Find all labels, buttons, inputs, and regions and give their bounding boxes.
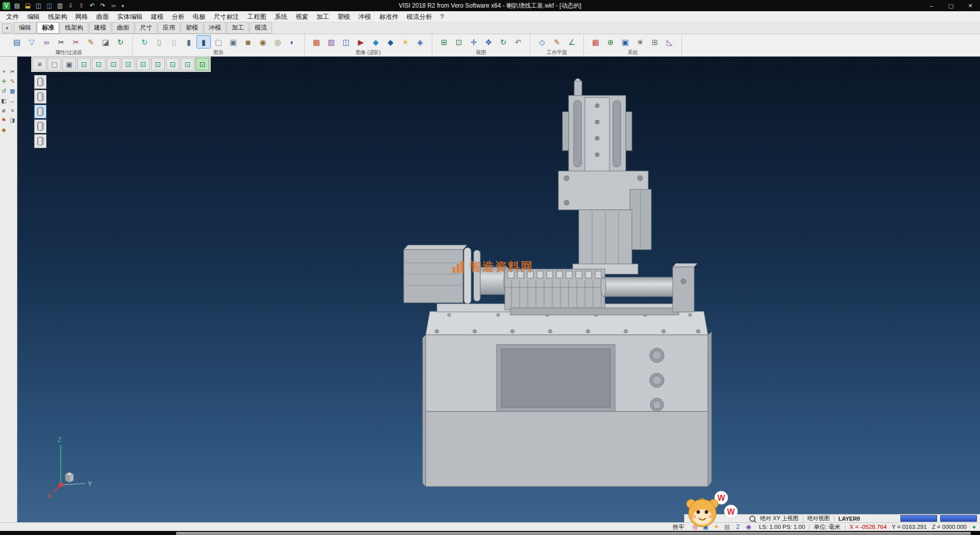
gem-icon[interactable]: ◈ [413,35,427,48]
scale-indicator[interactable]: LS: 1.00 PS: 1.00 [757,524,807,530]
shaded-cylinder-icon[interactable]: ▮ [182,35,196,48]
new-document-icon[interactable]: ▤ [12,1,22,10]
print-icon[interactable]: ▥ [55,1,65,10]
maximize-button[interactable]: ▢ [941,0,961,11]
capture-icon[interactable]: ◉ [744,523,753,531]
droplet-dark-icon[interactable]: ◆ [383,35,398,48]
ruler-icon[interactable]: ◺ [663,35,677,48]
wireframe-box-icon[interactable]: ▢ [211,35,226,48]
units-indicator[interactable]: 单位: 毫米 [812,523,842,531]
3d-viewport[interactable]: Z Y X ≡▢▣⊡⊡⊡⊡⊡⊡⊡⊡⊡ 智造资料网 [17,57,980,522]
view-menu-icon[interactable]: ≡ [33,58,46,70]
properties-icon[interactable]: ▤ [10,35,24,48]
redo-icon[interactable]: ↷ [98,1,108,10]
view-mode[interactable]: 绝对视图 [805,515,832,522]
droplet-blue-icon[interactable]: ◆ [369,35,383,48]
ribbon-tab[interactable]: 尺寸 [135,22,157,34]
color-table-icon[interactable]: ▦ [589,35,603,48]
render-quality-icon[interactable]: ◙ [241,35,255,48]
menu-item[interactable]: 工程图 [243,12,271,22]
trim-icon[interactable]: ✂ [9,68,16,76]
wireframe-cylinder-icon[interactable]: ▯ [152,35,166,48]
grid-icon[interactable]: ▦ [9,87,16,95]
mirror-icon[interactable]: ◧ [0,97,8,105]
grid-config-icon[interactable]: ⊞ [648,35,662,48]
paint-icon[interactable]: ⚑ [0,116,8,124]
shaded-box-icon[interactable]: ▣ [226,35,240,48]
visi-logo[interactable]: V [2,1,11,10]
menu-item[interactable]: 冲模 [354,12,375,22]
swatch-icon[interactable]: ◆ [0,126,8,134]
view-reference[interactable]: 绝对 XY 上视图 [758,515,801,522]
ribbon-tab[interactable]: 曲面 [112,22,134,34]
rotate-view-icon[interactable]: ↻ [496,35,510,48]
snapshot-icon[interactable]: ◫ [339,35,353,48]
menu-item[interactable]: 模流分析 [403,12,436,22]
dynamic-view-icon[interactable]: ⊡ [195,58,209,70]
record-icon[interactable]: ▶ [354,35,368,48]
magnifier-icon[interactable] [749,516,755,522]
sketch-icon[interactable]: ✎ [9,78,16,85]
refresh-icon[interactable]: ↻ [113,35,128,48]
visibility-filter-5[interactable] [34,134,46,148]
snap-icon[interactable]: ✛ [0,78,8,85]
select-icon[interactable]: ⌖ [0,68,8,76]
ribbon-tab[interactable]: 冲模 [204,22,226,34]
tab-dropdown-button[interactable]: ▼ [2,23,12,33]
scissors-red-icon[interactable]: ✂ [69,35,83,48]
bottom-view-icon[interactable]: ⊡ [166,58,180,70]
menu-item[interactable]: 曲面 [92,12,113,22]
menu-item[interactable]: 分析 [168,12,189,22]
iso-view-icon[interactable]: ⊡ [77,58,91,70]
left-view-icon[interactable]: ⊡ [136,58,150,70]
import-icon[interactable]: ⇩ [66,1,76,10]
menu-item[interactable]: 线架构 [44,12,71,22]
save-all-icon[interactable]: ◫ [44,1,54,10]
shaded-edges-cylinder-icon[interactable]: ▮ [197,35,211,48]
dimension-icon[interactable]: ⌀ [0,107,8,114]
workplane-edit-icon[interactable]: ✎ [550,35,564,48]
erase-icon[interactable]: ◨ [9,116,16,124]
globe-icon[interactable]: ⊕ [603,35,618,48]
menu-item[interactable]: 电极 [189,12,210,22]
layer-color-bar-1[interactable] [900,515,937,522]
axonometric-view-icon[interactable]: ⊡ [181,58,194,70]
back-view-icon[interactable]: ⊡ [121,58,135,70]
ribbon-tab[interactable]: 标准 [37,22,59,34]
menu-item[interactable]: 编辑 [23,12,44,22]
film-strip-icon[interactable]: ▥ [324,35,338,48]
wireframe-mode-icon[interactable]: ▢ [47,58,61,70]
lighting-icon[interactable]: ☀ [398,35,412,48]
ribbon-tab[interactable]: 加工 [227,22,249,34]
sparkle-icon[interactable]: ✳ [633,35,647,48]
edit-attributes-icon[interactable]: ✎ [84,35,98,48]
active-layer[interactable]: LAYER0 [837,516,862,522]
menu-item[interactable]: 建模 [147,12,168,22]
ribbon-tab[interactable]: 模流 [250,22,272,34]
top-view-icon[interactable]: ⊡ [92,58,106,70]
zoom-in-out-icon[interactable]: ✛ [467,35,481,48]
zoom-fit-icon[interactable]: ⊡ [452,35,466,48]
redraw-icon[interactable]: ↻ [137,35,152,48]
visibility-filter-1[interactable] [34,75,46,89]
previous-view-icon[interactable]: ↶ [511,35,525,48]
shaded-mode-icon[interactable]: ▣ [62,58,76,70]
menu-item[interactable]: 塑模 [333,12,354,22]
pan-view-icon[interactable]: ✥ [481,35,496,48]
menu-item[interactable]: 系统 [271,12,291,22]
visibility-filter-4[interactable] [34,119,46,133]
monitor-icon[interactable]: ▣ [618,35,632,48]
ribbon-tab[interactable]: 建模 [89,22,111,34]
minimize-button[interactable]: – [922,0,941,11]
visibility-filter-3[interactable] [34,105,46,118]
material-icon[interactable]: ◉ [256,35,270,48]
image-advanced-icon[interactable]: ▦ [309,35,324,48]
connection-status-icon[interactable]: ● [972,523,976,530]
offset-icon[interactable]: ↔ [9,97,16,105]
menu-item[interactable]: 尺寸标注 [210,12,243,22]
ribbon-tab[interactable]: 编辑 [14,22,36,34]
menu-item[interactable]: ? [436,12,448,22]
chain-link-icon[interactable]: ∞ [39,35,54,48]
right-view-icon[interactable]: ⊡ [151,58,165,70]
link-icon[interactable]: ∞ [109,1,118,10]
